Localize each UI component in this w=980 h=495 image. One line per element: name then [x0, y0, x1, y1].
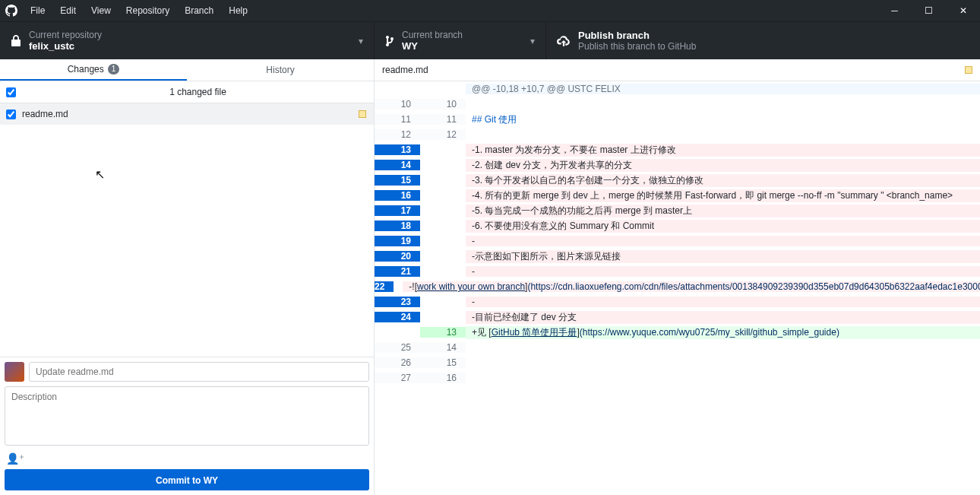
tab-changes[interactable]: Changes 1 — [0, 59, 187, 81]
branch-icon — [385, 35, 394, 47]
menu-branch[interactable]: Branch — [177, 0, 221, 21]
commit-button-prefix: Commit to — [156, 475, 204, 486]
changed-files-summary: 1 changed file — [22, 87, 374, 97]
tab-history[interactable]: History — [187, 59, 374, 81]
current-branch-dropdown[interactable]: Current branch WY ▾ — [375, 22, 546, 59]
lock-icon — [11, 35, 21, 47]
cursor-icon: ↖ — [95, 167, 105, 182]
commit-description-input[interactable] — [5, 386, 369, 446]
avatar — [5, 362, 24, 382]
diff-panel: readme.md @@ -10,18 +10,7 @@ USTC FELIX1… — [375, 59, 980, 495]
modified-icon — [359, 110, 366, 118]
commit-button-branch: WY — [204, 475, 218, 486]
publish-branch-button[interactable]: Publish branch Publish this branch to Gi… — [546, 22, 980, 59]
menu-view[interactable]: View — [84, 0, 119, 21]
publish-title: Publish branch — [578, 30, 696, 41]
menu-edit[interactable]: Edit — [52, 0, 84, 21]
window-maximize-icon[interactable]: ☐ — [912, 0, 946, 21]
chevron-down-icon: ▾ — [530, 36, 535, 46]
diff-body[interactable]: @@ -10,18 +10,7 @@ USTC FELIX10101111## … — [375, 81, 980, 495]
file-name: readme.md — [22, 109, 359, 119]
repo-label: Current repository — [29, 30, 102, 40]
cloud-upload-icon — [557, 36, 571, 46]
commit-button[interactable]: Commit to WY — [5, 469, 369, 490]
window-close-icon[interactable]: ✕ — [946, 0, 980, 21]
toolbar: Current repository felix_ustc ▾ Current … — [0, 21, 980, 59]
modified-icon — [965, 66, 972, 74]
menu-repository[interactable]: Repository — [119, 0, 177, 21]
title-bar: File Edit View Repository Branch Help ─ … — [0, 0, 980, 21]
diff-header: readme.md — [375, 59, 980, 81]
changes-panel: Changes 1 History 1 changed file readme.… — [0, 59, 375, 495]
publish-subtitle: Publish this branch to GitHub — [578, 41, 696, 52]
menu-help[interactable]: Help — [221, 0, 255, 21]
commit-summary-input[interactable] — [29, 362, 369, 382]
github-logo-icon — [0, 5, 23, 17]
add-coauthor-icon[interactable]: 👤⁺ — [5, 451, 369, 469]
commit-form: 👤⁺ Commit to WY — [0, 357, 374, 495]
diff-filename: readme.md — [382, 65, 428, 75]
select-all-checkbox[interactable] — [6, 87, 16, 97]
changes-count-badge: 1 — [108, 64, 120, 75]
file-checkbox[interactable] — [6, 109, 16, 119]
branch-label: Current branch — [402, 30, 463, 40]
menu-file[interactable]: File — [23, 0, 52, 21]
window-minimize-icon[interactable]: ─ — [877, 0, 912, 21]
repo-name: felix_ustc — [29, 40, 102, 52]
changed-file-row[interactable]: readme.md — [0, 103, 374, 125]
branch-name: WY — [402, 40, 463, 52]
chevron-down-icon: ▾ — [359, 36, 363, 46]
current-repo-dropdown[interactable]: Current repository felix_ustc ▾ — [0, 22, 375, 59]
tab-changes-label: Changes — [68, 64, 104, 75]
changes-header: 1 changed file — [0, 81, 374, 103]
